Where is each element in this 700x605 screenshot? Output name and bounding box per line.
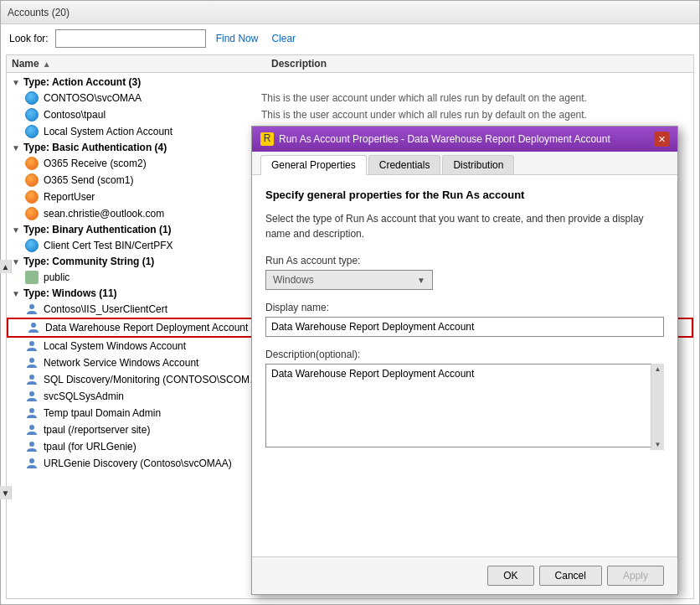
scroll-up-indicator[interactable]: ▲	[0, 260, 12, 273]
collapse-icon: ▼	[12, 143, 20, 153]
modal-title-text: Run As Account Properties - Data Warehou…	[279, 133, 610, 145]
svg-point-2	[29, 341, 34, 346]
svg-point-3	[29, 358, 34, 363]
item-text: SQL Discovery/Monitoring (CONTOSO\SCOMS.…	[44, 374, 261, 385]
item-text: CONTOSO\svcOMAA	[44, 92, 261, 104]
leaf-icon	[25, 271, 39, 284]
svg-point-7	[29, 425, 34, 430]
tree-header: Name ▲ Description	[7, 55, 693, 73]
apply-button[interactable]: Apply	[607, 566, 664, 586]
window-title: Accounts (20)	[8, 7, 69, 18]
modal-dialog: R Run As Account Properties - Data Wareh…	[251, 126, 678, 595]
collapse-icon: ▼	[12, 78, 20, 87]
scrollbar-up-arrow[interactable]: ▲	[655, 365, 661, 373]
svg-point-0	[29, 304, 34, 309]
display-name-group: Display name:	[265, 302, 664, 337]
item-text: sean.christie@outlook.com	[44, 208, 261, 220]
item-text: Network Service Windows Account	[44, 357, 261, 369]
item-text: Temp tpaul Domain Admin	[44, 407, 261, 419]
run-as-type-group: Run As account type: Windows ▼	[265, 255, 664, 290]
tab-distribution[interactable]: Distribution	[442, 155, 514, 174]
modal-title-icon: R	[260, 132, 274, 146]
description-textarea-wrapper: Data Warehouse Report Deployment Account…	[265, 364, 664, 450]
run-as-type-label: Run As account type:	[265, 255, 664, 266]
group-binary-auth-label: Type: Binary Authentication (1)	[23, 224, 172, 235]
item-text: tpaul (/reportserver site)	[44, 424, 261, 436]
description-textarea[interactable]: Data Warehouse Report Deployment Account	[265, 364, 664, 447]
modal-title-bar: R Run As Account Properties - Data Wareh…	[252, 127, 677, 152]
clear-button[interactable]: Clear	[268, 31, 299, 46]
find-now-button[interactable]: Find Now	[213, 31, 262, 46]
item-text: O365 Receive (scom2)	[44, 158, 261, 169]
globe-icon	[25, 125, 39, 138]
look-for-input[interactable]	[55, 29, 206, 48]
tab-credentials[interactable]: Credentials	[368, 155, 441, 174]
item-text: Data Warehouse Report Deployment Account	[45, 322, 263, 334]
display-name-input[interactable]	[265, 317, 664, 337]
modal-tabs: General Properties Credentials Distribut…	[252, 152, 677, 175]
collapse-icon: ▼	[12, 257, 20, 266]
globe-icon	[25, 91, 39, 105]
run-as-type-value: Windows	[273, 274, 314, 286]
globe-blue-icon	[25, 239, 39, 252]
globe-icon	[25, 108, 39, 122]
item-text: svcSQLSysAdmin	[44, 390, 261, 402]
globe-orange-icon	[25, 190, 39, 204]
description-label: Description(optional):	[265, 349, 664, 360]
item-text: Client Cert Test BIN/CertPFX	[44, 240, 261, 251]
group-windows-label: Type: Windows (11)	[23, 287, 117, 299]
item-text: Contoso\tpaul	[44, 109, 261, 121]
col-name: Name	[12, 58, 39, 70]
collapse-icon: ▼	[12, 289, 20, 298]
item-desc: This is the user account under which all…	[261, 92, 688, 104]
globe-orange-icon	[25, 157, 39, 170]
title-bar: Accounts (20)	[1, 1, 699, 24]
run-as-type-dropdown[interactable]: Windows ▼	[265, 270, 433, 290]
sort-arrow-icon: ▲	[43, 59, 51, 69]
svg-point-4	[29, 375, 34, 380]
list-item[interactable]: Contoso\tpaul This is the user account u…	[7, 106, 693, 123]
item-text: Contoso\IIS_UserClientCert	[44, 303, 261, 315]
description-group: Description(optional): Data Warehouse Re…	[265, 349, 664, 450]
dropdown-arrow-icon: ▼	[417, 276, 425, 285]
cancel-button[interactable]: Cancel	[539, 566, 602, 586]
item-text: Local System Windows Account	[44, 340, 261, 352]
modal-section-title: Specify general properties for the Run A…	[265, 189, 664, 201]
svg-point-8	[29, 442, 34, 447]
ok-button[interactable]: OK	[487, 566, 533, 586]
item-text: URLGenie Discovery (Contoso\svcOMAA)	[44, 458, 261, 469]
scroll-down-indicator[interactable]: ▼	[0, 486, 12, 499]
tab-general-properties[interactable]: General Properties	[260, 155, 367, 175]
item-text: Local System Action Account	[44, 126, 261, 137]
svg-point-6	[29, 408, 34, 413]
col-description: Description	[271, 58, 688, 70]
item-text: ReportUser	[44, 191, 261, 203]
list-item[interactable]: CONTOSO\svcOMAA This is the user account…	[7, 90, 693, 106]
svg-point-9	[29, 458, 34, 463]
group-community-string-label: Type: Community String (1)	[23, 256, 154, 267]
svg-text:R: R	[264, 133, 271, 144]
modal-close-button[interactable]: ✕	[654, 132, 669, 147]
item-text: O365 Send (scom1)	[44, 174, 261, 186]
globe-orange-icon	[25, 173, 39, 187]
scrollbar-down-arrow[interactable]: ▼	[655, 441, 661, 448]
group-action-account[interactable]: ▼ Type: Action Account (3)	[7, 75, 693, 90]
item-text: tpaul (for URLGenie)	[44, 441, 261, 452]
look-for-label: Look for:	[9, 33, 49, 44]
textarea-scrollbar: ▲ ▼	[651, 364, 664, 450]
svg-point-5	[29, 391, 34, 396]
modal-description: Select the type of Run As account that y…	[265, 211, 664, 241]
group-action-account-label: Type: Action Account (3)	[23, 76, 141, 88]
modal-body: Specify general properties for the Run A…	[252, 175, 677, 556]
collapse-icon: ▼	[12, 225, 20, 235]
globe-orange-icon	[25, 207, 39, 220]
group-basic-auth-label: Type: Basic Authentication (4)	[23, 142, 167, 153]
item-text: public	[44, 271, 261, 283]
svg-point-1	[31, 323, 36, 328]
display-name-label: Display name:	[265, 302, 664, 313]
look-for-row: Look for: Find Now Clear	[6, 29, 694, 48]
item-desc: This is the user account under which all…	[261, 109, 688, 121]
modal-footer: OK Cancel Apply	[252, 556, 677, 594]
